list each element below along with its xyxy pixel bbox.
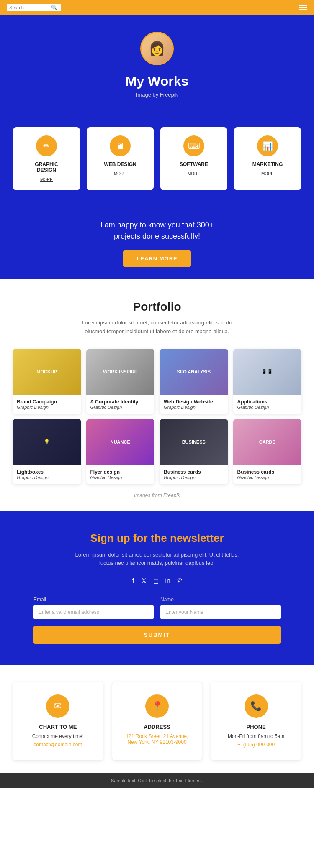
twitter-icon[interactable]: 𝕏	[141, 577, 147, 585]
web-more-link[interactable]: MORE	[93, 171, 147, 176]
portfolio-thumb-8: CARDS	[233, 419, 302, 465]
address-icon: 📍	[145, 694, 169, 718]
portfolio-item-2[interactable]: WORK INSPIRE A Corporate Identity Graphi…	[86, 349, 155, 414]
newsletter-description: Lorem ipsum dolor sit amet, consectetur …	[73, 551, 241, 568]
portfolio-cat-3: Graphic Design	[164, 405, 224, 410]
name-label: Name	[160, 597, 281, 602]
portfolio-thumb-7: BUSINESS	[160, 419, 228, 465]
portfolio-cat-1: Graphic Design	[17, 405, 77, 410]
service-title-graphic: GRAPHICDESIGN	[20, 161, 73, 173]
portfolio-info-3: Web Design Website Graphic Design	[160, 395, 228, 414]
marketing-icon: 📊	[257, 135, 278, 156]
portfolio-title: Portfolio	[13, 300, 301, 314]
pinterest-icon[interactable]: 𝓟	[177, 577, 182, 585]
portfolio-cat-7: Graphic Design	[164, 475, 224, 480]
email-group: Email	[33, 597, 154, 619]
hero-title: My Works	[8, 74, 306, 89]
service-title-web: WEB DESIGN	[93, 161, 147, 167]
contact-sub-email: Contact me every time!	[21, 733, 95, 739]
contact-sub-phone: Mon-Fri from 8am to 5am	[219, 733, 293, 739]
name-group: Name	[160, 597, 281, 619]
newsletter-section: Sign up for the newsletter Lorem ipsum d…	[0, 511, 314, 665]
email-input[interactable]	[33, 605, 154, 619]
portfolio-name-1: Brand Campaign	[17, 399, 77, 405]
newsletter-title: Sign up for the newsletter	[33, 532, 281, 545]
portfolio-name-7: Business cards	[164, 469, 224, 475]
service-title-software: SOFTWARE	[167, 161, 221, 167]
contact-card-email: ✉ CHART TO ME Contact me every time! con…	[13, 682, 103, 761]
search-icon: 🔍	[51, 5, 57, 10]
portfolio-item-4[interactable]: 📱📱 Applications Graphic Design	[233, 349, 302, 414]
hero-subtitle: Image by Freepik	[8, 92, 306, 98]
contact-link-phone[interactable]: +1(555) 000-000	[219, 742, 293, 748]
phone-icon: 📞	[245, 694, 268, 718]
service-card-web: 🖥 WEB DESIGN MORE	[87, 127, 154, 190]
portfolio-item-6[interactable]: NUANCE Flyer design Graphic Design	[86, 419, 155, 484]
linkedin-icon[interactable]: in	[165, 577, 170, 585]
portfolio-description: Lorem ipsum dolor sit amet, consectetur …	[73, 319, 241, 336]
portfolio-name-6: Flyer design	[90, 469, 151, 475]
portfolio-info-7: Business cards Graphic Design	[160, 465, 228, 484]
portfolio-attribution: Images from Freepik	[13, 493, 301, 498]
web-design-icon: 🖥	[110, 135, 131, 156]
submit-button[interactable]: SUBMIT	[33, 626, 281, 644]
graphic-design-icon: ✏	[36, 135, 57, 156]
stats-text: I am happy to know you that 300+projects…	[17, 220, 297, 242]
marketing-more-link[interactable]: MORE	[241, 171, 294, 176]
portfolio-info-1: Brand Campaign Graphic Design	[13, 395, 81, 414]
menu-button[interactable]	[299, 5, 307, 10]
software-icon: ⌨	[183, 135, 204, 156]
services-section: ✏ GRAPHICDESIGN MORE 🖥 WEB DESIGN MORE ⌨…	[0, 119, 314, 207]
email-label: Email	[33, 597, 154, 602]
contact-title-phone: PHONE	[219, 724, 293, 730]
portfolio-item-5[interactable]: 💡 Lightboxes Graphic Design	[13, 419, 81, 484]
portfolio-info-2: A Corporate Identity Graphic Design	[86, 395, 155, 414]
portfolio-item-7[interactable]: BUSINESS Business cards Graphic Design	[160, 419, 228, 484]
portfolio-thumb-4: 📱📱	[233, 349, 302, 395]
header: 🔍	[0, 0, 314, 15]
contact-link-address: 121 Rock Sreet, 21 Avenue,New York, NY 9…	[121, 733, 194, 745]
portfolio-item-1[interactable]: MOCKUP Brand Campaign Graphic Design	[13, 349, 81, 414]
learn-more-button[interactable]: LEARN MORE	[123, 250, 190, 267]
portfolio-name-2: A Corporate Identity	[90, 399, 151, 405]
contact-link-email[interactable]: contact@domain.com	[21, 742, 95, 748]
portfolio-thumb-6: NUANCE	[86, 419, 155, 465]
footer: Sample text. Click to select the Text El…	[0, 773, 314, 788]
service-card-software: ⌨ SOFTWARE MORE	[160, 127, 227, 190]
portfolio-grid: MOCKUP Brand Campaign Graphic Design WOR…	[13, 349, 301, 484]
portfolio-name-4: Applications	[237, 399, 298, 405]
contact-title-address: ADDRESS	[121, 724, 194, 730]
email-contact-icon: ✉	[46, 694, 69, 718]
portfolio-section: Portfolio Lorem ipsum dolor sit amet, co…	[0, 279, 314, 511]
portfolio-name-8: Business cards	[237, 469, 298, 475]
portfolio-name-5: Lightboxes	[17, 469, 77, 475]
portfolio-cat-4: Graphic Design	[237, 405, 298, 410]
search-box[interactable]: 🔍	[7, 4, 61, 11]
portfolio-thumb-1: MOCKUP	[13, 349, 81, 395]
portfolio-thumb-5: 💡	[13, 419, 81, 465]
name-input[interactable]	[160, 605, 281, 619]
avatar: 👩	[140, 32, 174, 65]
instagram-icon[interactable]: ◻	[153, 577, 159, 585]
search-input[interactable]	[9, 5, 51, 10]
software-more-link[interactable]: MORE	[167, 171, 221, 176]
avatar-image: 👩	[142, 32, 172, 65]
social-icons: f 𝕏 ◻ in 𝓟	[33, 577, 281, 585]
portfolio-name-3: Web Design Website	[164, 399, 224, 405]
contact-title-email: CHART TO ME	[21, 724, 95, 730]
service-title-marketing: MARKETING	[241, 161, 294, 167]
contact-card-address: 📍 ADDRESS 121 Rock Sreet, 21 Avenue,New …	[112, 682, 203, 761]
facebook-icon[interactable]: f	[132, 577, 134, 585]
portfolio-info-8: Business cards Graphic Design	[233, 465, 302, 484]
portfolio-item-3[interactable]: SEO ANALYSIS Web Design Website Graphic …	[160, 349, 228, 414]
hero-section: 👩 My Works Image by Freepik	[0, 15, 314, 119]
contact-section: ✉ CHART TO ME Contact me every time! con…	[0, 665, 314, 773]
contact-card-phone: 📞 PHONE Mon-Fri from 8am to 5am +1(555) …	[211, 682, 301, 761]
portfolio-item-8[interactable]: CARDS Business cards Graphic Design	[233, 419, 302, 484]
portfolio-thumb-3: SEO ANALYSIS	[160, 349, 228, 395]
graphic-more-link[interactable]: MORE	[20, 177, 73, 182]
newsletter-form: Email Name	[33, 597, 281, 619]
portfolio-thumb-2: WORK INSPIRE	[86, 349, 155, 395]
footer-text: Sample text. Click to select the Text El…	[111, 778, 203, 783]
service-card-graphic: ✏ GRAPHICDESIGN MORE	[13, 127, 80, 190]
